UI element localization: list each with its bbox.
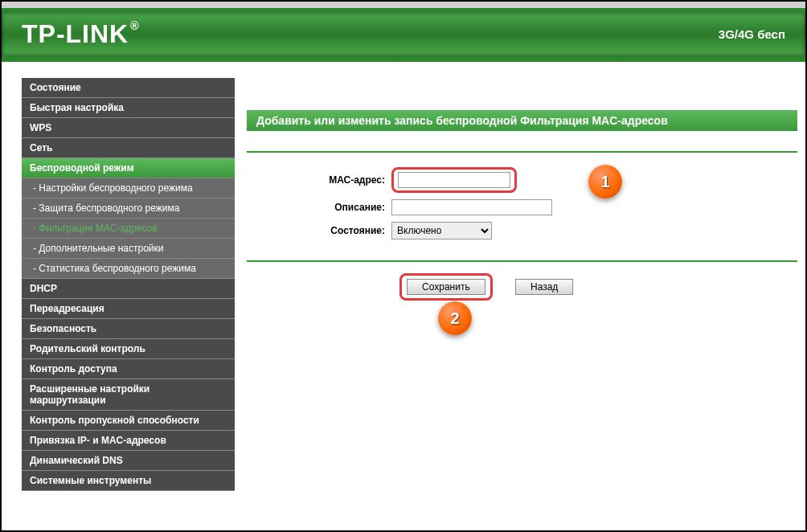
sidebar-item-bandwidth[interactable]: Контроль пропускной способности: [22, 411, 235, 431]
form-row-desc: Описание:: [247, 199, 797, 215]
sidebar-item-mac-filter[interactable]: - Фильтрация MAC-адресов: [22, 219, 235, 239]
form-row-state: Состояние: Включено: [247, 222, 797, 239]
form-area: МАС-адрес: Описание: Состояние: Включено…: [247, 151, 797, 262]
highlight-mac: [391, 167, 517, 193]
sidebar-item-ddns[interactable]: Динамический DNS: [22, 451, 235, 471]
logo-text: TP-LINK: [22, 19, 129, 48]
sidebar-item-security[interactable]: Безопасность: [22, 319, 235, 339]
sidebar-item-network[interactable]: Сеть: [22, 138, 235, 158]
sidebar-item-wireless-security[interactable]: - Защита беспроводного режима: [22, 198, 235, 219]
callout-2: 2: [438, 301, 472, 335]
sidebar-item-parental[interactable]: Родительский контроль: [22, 339, 235, 359]
button-row: Сохранить Назад 2: [247, 273, 797, 301]
desc-input[interactable]: [391, 199, 552, 215]
sidebar-item-wireless-stats[interactable]: - Статистика беспроводного режима: [22, 259, 235, 279]
sidebar-item-system[interactable]: Системные инструменты: [22, 471, 235, 491]
sidebar-item-forwarding[interactable]: Переадресация: [22, 299, 235, 319]
sidebar-item-wps[interactable]: WPS: [22, 118, 235, 138]
sidebar-item-dhcp[interactable]: DHCP: [22, 279, 235, 299]
sidebar-item-access[interactable]: Контроль доступа: [22, 359, 235, 379]
sidebar: Состояние Быстрая настройка WPS Сеть Бес…: [2, 62, 239, 530]
header-inner: TP-LINK® 3G/4G бесп: [2, 12, 805, 56]
callout-1: 1: [588, 165, 622, 198]
logo: TP-LINK®: [22, 19, 140, 49]
sidebar-item-ip-mac-binding[interactable]: Привязка IP- и MAC-адресов: [22, 431, 235, 451]
sidebar-item-routing[interactable]: Расширенные настройки маршрутизации: [22, 379, 235, 411]
form-row-mac: МАС-адрес:: [247, 167, 797, 193]
sidebar-item-wireless-advanced[interactable]: - Дополнительные настройки: [22, 239, 235, 259]
logo-reg: ®: [130, 19, 139, 32]
content: Добавить или изменить запись беспроводно…: [239, 62, 805, 530]
sidebar-item-status[interactable]: Состояние: [22, 78, 235, 98]
desc-label: Описание:: [247, 202, 391, 213]
page-title: Добавить или изменить запись беспроводно…: [247, 110, 797, 131]
save-button[interactable]: Сохранить: [407, 279, 485, 295]
state-select[interactable]: Включено: [391, 222, 492, 239]
state-label: Состояние:: [247, 225, 391, 236]
sidebar-item-wireless-settings[interactable]: - Настройки беспроводного режима: [22, 178, 235, 198]
mac-label: МАС-адрес:: [247, 174, 391, 186]
container: Состояние Быстрая настройка WPS Сеть Бес…: [2, 62, 805, 530]
header: TP-LINK® 3G/4G бесп: [2, 2, 805, 62]
sidebar-item-wireless[interactable]: Беспроводной режим: [22, 158, 235, 178]
header-subtitle: 3G/4G бесп: [719, 27, 785, 41]
back-button[interactable]: Назад: [515, 279, 573, 295]
highlight-save: Сохранить: [399, 273, 493, 301]
sidebar-item-quicksetup[interactable]: Быстрая настройка: [22, 98, 235, 118]
mac-input[interactable]: [398, 172, 510, 188]
